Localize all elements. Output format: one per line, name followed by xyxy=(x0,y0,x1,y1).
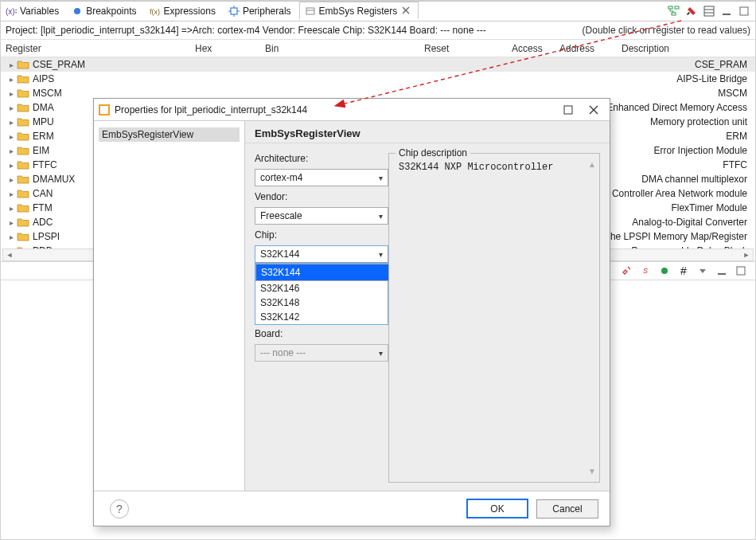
register-group-row[interactable]: ▸CSE_PRAMCSE_PRAM xyxy=(1,57,755,72)
folder-icon xyxy=(17,102,29,113)
cancel-button[interactable]: Cancel xyxy=(536,499,598,518)
vendor-value: Freescale xyxy=(260,210,302,221)
svg-point-1 xyxy=(74,8,80,14)
expand-icon[interactable]: ▸ xyxy=(6,218,17,227)
peripherals-icon xyxy=(228,6,240,17)
folder-icon xyxy=(17,59,29,70)
close-icon[interactable] xyxy=(402,6,410,17)
expand-icon[interactable]: ▸ xyxy=(6,204,17,213)
col-bin[interactable]: Bin xyxy=(265,43,424,54)
ok-button[interactable]: OK xyxy=(466,499,528,518)
svg-rect-30 xyxy=(100,106,108,114)
folder-icon xyxy=(17,88,29,99)
chip-select[interactable]: S32K144 ▾ S32K144 S32K146 S32K148 S32K14… xyxy=(255,245,388,263)
project-info-text: Project: [lpit_periodic_interrupt_s32k14… xyxy=(6,25,583,36)
chip-option[interactable]: S32K146 xyxy=(255,281,388,295)
scroll-left-icon[interactable]: ◄ xyxy=(3,249,16,260)
expand-icon[interactable]: ▸ xyxy=(6,175,17,184)
col-access[interactable]: Access xyxy=(512,43,559,54)
settings-icon[interactable] xyxy=(685,5,698,18)
folder-icon xyxy=(17,145,29,156)
tab-label: Peripherals xyxy=(243,6,291,17)
chevron-down-icon: ▾ xyxy=(379,250,383,259)
dialog-titlebar[interactable]: Properties for lpit_periodic_interrupt_s… xyxy=(94,99,610,121)
col-address[interactable]: Address xyxy=(559,43,622,54)
tab-peripherals[interactable]: Peripherals xyxy=(224,2,299,20)
properties-dialog: Properties for lpit_periodic_interrupt_s… xyxy=(93,98,610,526)
register-group-desc: Flex Controller Area Network module xyxy=(591,188,755,199)
tab-expressions[interactable]: f(x) Expressions xyxy=(145,2,224,20)
expand-icon[interactable]: ▸ xyxy=(6,75,17,84)
chip-label: Chip: xyxy=(255,229,379,241)
register-group-name: CSE_PRAM xyxy=(33,59,208,70)
svg-rect-28 xyxy=(737,267,745,275)
expand-icon[interactable]: ▸ xyxy=(6,61,17,69)
tab-embsys-registers[interactable]: EmbSys Registers xyxy=(299,2,419,19)
maximize2-icon[interactable] xyxy=(735,264,747,277)
board-value: --- none --- xyxy=(260,347,306,358)
chip-option[interactable]: S32K142 xyxy=(255,310,388,324)
variables-icon: (x)= xyxy=(6,6,17,17)
expand-icon[interactable]: ▸ xyxy=(6,89,17,98)
chip-option[interactable]: S32K144 xyxy=(255,264,389,281)
chip-value: S32K144 xyxy=(260,248,299,260)
red-flag-icon[interactable]: S xyxy=(639,264,652,277)
folder-icon xyxy=(17,231,29,242)
maximize-icon[interactable] xyxy=(738,5,750,18)
view-menu-icon[interactable] xyxy=(696,264,709,277)
help-button[interactable]: ? xyxy=(110,499,129,518)
expand-icon[interactable]: ▸ xyxy=(6,190,17,198)
svg-text:f(x): f(x) xyxy=(150,8,160,16)
col-desc[interactable]: Description xyxy=(622,43,750,54)
minimize2-icon[interactable] xyxy=(715,264,728,277)
chip-description-group: Chip description S32K144 NXP Microcontro… xyxy=(388,153,600,483)
minimize-icon[interactable] xyxy=(720,5,733,18)
svg-rect-14 xyxy=(672,13,676,15)
folder-icon xyxy=(17,116,29,127)
register-group-desc: FTFC xyxy=(723,159,755,170)
col-reset[interactable]: Reset xyxy=(424,43,512,54)
register-group-desc: Memory protection unit xyxy=(650,116,755,127)
expand-icon[interactable]: ▸ xyxy=(6,132,17,141)
scroll-right-icon[interactable]: ► xyxy=(740,249,753,260)
grid-icon[interactable]: # xyxy=(677,264,690,277)
table-view-icon[interactable] xyxy=(703,5,715,18)
register-group-desc: Analog-to-Digital Converter xyxy=(632,217,755,228)
record-icon[interactable] xyxy=(658,264,671,277)
tab-breakpoints[interactable]: Breakpoints xyxy=(67,2,144,20)
dialog-maximize-button[interactable] xyxy=(555,101,581,119)
svg-rect-27 xyxy=(718,273,726,275)
register-group-desc: The LPSPI Memory Map/Register xyxy=(605,231,755,242)
svg-rect-18 xyxy=(687,12,690,15)
expand-icon[interactable]: ▸ xyxy=(6,147,17,155)
svg-rect-31 xyxy=(564,106,572,114)
dialog-close-button[interactable] xyxy=(581,101,606,119)
scroll-up-icon[interactable]: ▲ xyxy=(588,160,596,169)
expand-icon[interactable]: ▸ xyxy=(6,104,17,112)
tree-view-icon[interactable] xyxy=(668,5,680,18)
col-register[interactable]: Register xyxy=(6,43,195,54)
register-group-row[interactable]: ▸AIPSAIPS-Lite Bridge xyxy=(1,72,755,86)
register-group-desc: ERM xyxy=(726,131,755,142)
tab-variables[interactable]: (x)= Variables xyxy=(1,2,67,20)
arch-select[interactable]: cortex-m4 ▾ xyxy=(255,169,388,186)
board-select[interactable]: --- none --- ▾ xyxy=(255,344,388,362)
col-hex[interactable]: Hex xyxy=(195,43,265,54)
scroll-down-icon[interactable]: ▼ xyxy=(588,467,596,475)
svg-rect-3 xyxy=(231,8,237,14)
chip-option[interactable]: S32K148 xyxy=(255,295,388,310)
vendor-select[interactable]: Freescale ▾ xyxy=(255,207,388,225)
expand-icon[interactable]: ▸ xyxy=(6,118,17,127)
expand-icon[interactable]: ▸ xyxy=(6,161,17,170)
folder-icon xyxy=(17,202,29,213)
disconnect-icon[interactable] xyxy=(620,264,633,277)
expand-icon[interactable]: ▸ xyxy=(6,233,17,241)
chevron-down-icon: ▾ xyxy=(379,349,383,358)
register-group-name: MSCM xyxy=(33,88,208,99)
dialog-button-bar: ? OK Cancel xyxy=(94,491,610,526)
register-group-desc: AIPS-Lite Bridge xyxy=(676,73,755,84)
column-headers: Register Hex Bin Reset Access Address De… xyxy=(1,40,755,57)
register-group-desc: FlexTimer Module xyxy=(671,202,755,213)
tab-label: EmbSys Registers xyxy=(319,6,398,17)
nav-item-embsysregisterview[interactable]: EmbSysRegisterView xyxy=(99,127,240,142)
